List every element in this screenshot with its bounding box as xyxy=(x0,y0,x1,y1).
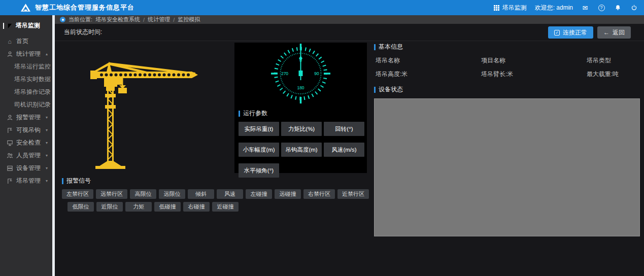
field-crane-name: 塔吊名称 xyxy=(376,56,481,65)
breadcrumb-item-system[interactable]: 塔吊安全检查系统 xyxy=(95,16,140,23)
breadcrumb-item-monitor-sim[interactable]: 监控模拟 xyxy=(178,16,200,23)
module-label: 塔吊监测 xyxy=(502,4,527,12)
accent-bar xyxy=(239,111,240,117)
gauge-label-east: 90 xyxy=(314,71,319,76)
sidebar-item-safety-inspection[interactable]: 安全检查 ▾ xyxy=(0,136,52,149)
alarm-chip-near-limit: 近限位 xyxy=(96,202,123,212)
sidebar-item-label: 塔吊实时数据 xyxy=(14,75,51,84)
crane-icon xyxy=(6,127,13,134)
accent-bar xyxy=(374,44,376,50)
main-content: 当前状态时间: ✓ 连接正常 ← 返回 xyxy=(55,24,644,276)
alarm-chip-moment: 力矩 xyxy=(125,202,152,212)
chevron-down-icon: ▾ xyxy=(46,115,48,120)
alarm-chip-far-nogo: 远禁行区 xyxy=(96,189,127,199)
sidebar-item-label: 安全检查 xyxy=(16,139,41,147)
alarm-chip-near-nogo: 近禁行区 xyxy=(337,189,369,199)
sidebar-item-label: 首页 xyxy=(16,37,28,46)
chevron-down-icon: ▾ xyxy=(46,128,48,132)
mail-icon[interactable]: ✉ xyxy=(581,4,589,12)
param-tile-wind-speed: 风速(m/s) xyxy=(324,143,364,157)
tower-crane-illustration xyxy=(90,60,199,169)
sidebar-item-label: 塔吊操作记录 xyxy=(14,88,51,96)
sidebar-item-driver-id-records[interactable]: 司机识别记录 xyxy=(0,98,52,111)
welcome-label: 欢迎您: xyxy=(535,4,555,11)
sidebar-item-alarm-management[interactable]: 报警管理 ▾ xyxy=(0,111,52,124)
gauge-panel: 0 90 180 270 运行参数 实际吊重(t) 力矩比(%) 回转(°) xyxy=(234,43,367,173)
device-status-panel xyxy=(374,98,640,236)
sidebar: 塔吊监测 ⌂ 首页 统计管理 ▴ 塔吊运行监控 塔吊实时数据 塔吊操作记录 司机 xyxy=(0,15,52,276)
chevron-up-icon: ▴ xyxy=(46,52,48,56)
chevron-down-icon: ▾ xyxy=(46,179,48,183)
sidebar-item-label: 塔吊运行监控 xyxy=(14,62,51,71)
accent-bar xyxy=(3,23,4,29)
app-window: 智慧工地综合管理服务信息平台 塔吊监测 欢迎您: admin ✉ ? 塔 xyxy=(0,0,644,276)
accent-bar xyxy=(62,178,63,184)
params-grid: 实际吊重(t) 力矩比(%) 回转(°) 小车幅度(m) 吊钩高度(m) 风速(… xyxy=(239,122,367,178)
app-title: 智慧工地综合管理服务信息平台 xyxy=(35,3,134,12)
help-icon[interactable]: ? xyxy=(597,4,605,12)
basic-info-title-label: 基本信息 xyxy=(379,43,403,51)
sidebar-item-crane-management[interactable]: 塔吊管理 ▾ xyxy=(0,175,52,187)
crane-icon xyxy=(7,22,13,29)
alarm-chip-far-collision: 远碰撞 xyxy=(275,189,301,199)
module-switcher[interactable]: 塔吊监测 xyxy=(494,4,527,12)
device-status-section-title: 设备状态 xyxy=(374,85,644,94)
connect-status-button[interactable]: ✓ 连接正常 xyxy=(548,26,593,39)
alarm-chip-right-collision: 右碰撞 xyxy=(183,202,210,212)
sidebar-header-label: 塔吊监测 xyxy=(16,21,40,30)
back-arrow-icon: ← xyxy=(603,29,609,36)
sidebar-item-equipment-management[interactable]: 设备管理 ▾ xyxy=(0,162,52,175)
sidebar-item-label: 统计管理 xyxy=(16,50,41,58)
sidebar-item-label: 可视吊钩 xyxy=(16,126,41,134)
alarm-chip-low-collision: 低碰撞 xyxy=(154,202,181,212)
back-label: 返回 xyxy=(613,28,625,37)
sidebar-item-personnel-management[interactable]: 人员管理 ▾ xyxy=(0,149,52,162)
bell-icon[interactable] xyxy=(614,4,622,12)
power-icon[interactable] xyxy=(630,4,638,12)
params-title-label: 运行参数 xyxy=(243,109,267,118)
sidebar-item-home[interactable]: ⌂ 首页 xyxy=(0,35,52,48)
people-icon xyxy=(6,152,13,159)
back-button[interactable]: ← 返回 xyxy=(597,26,631,39)
sidebar-item-label: 塔吊管理 xyxy=(16,177,41,185)
sidebar-item-statistics[interactable]: 统计管理 ▴ xyxy=(0,48,52,60)
alarm-chip-high-limit: 高限位 xyxy=(130,189,156,199)
sidebar-nav: ⌂ 首页 统计管理 ▴ 塔吊运行监控 塔吊实时数据 塔吊操作记录 司机识别记录 xyxy=(0,35,52,187)
header-right: 塔吊监测 欢迎您: admin ✉ ? xyxy=(494,0,638,15)
sidebar-item-visual-hook[interactable]: 可视吊钩 ▾ xyxy=(0,124,52,136)
gauge-needle xyxy=(299,47,303,80)
sidebar-item-crane-operation-records[interactable]: 塔吊操作记录 xyxy=(0,86,52,98)
sidebar-item-label: 设备管理 xyxy=(16,164,41,172)
param-tile-moment-ratio: 力矩比(%) xyxy=(281,122,322,136)
field-jib-length: 塔吊臂长:米 xyxy=(481,70,587,79)
chevron-down-icon: ▾ xyxy=(46,141,48,145)
alarm-chip-wind: 风速 xyxy=(217,189,243,199)
chevron-down-icon: ▾ xyxy=(46,153,48,158)
logo-icon xyxy=(20,3,31,12)
sidebar-item-crane-realtime-data[interactable]: 塔吊实时数据 xyxy=(0,73,52,86)
status-time-label: 当前状态时间: xyxy=(64,28,102,37)
alarm-chip-low-limit: 低限位 xyxy=(67,202,94,212)
home-icon: ⌂ xyxy=(6,38,13,45)
sidebar-item-label: 司机识别记录 xyxy=(14,100,51,109)
alarm-chip-right-nogo: 右禁行区 xyxy=(303,189,335,199)
device-status-title-label: 设备状态 xyxy=(379,85,403,94)
alarm-chip-tilt: 倾斜 xyxy=(188,189,214,199)
field-crane-height: 塔吊高度:米 xyxy=(376,70,481,79)
grid-icon xyxy=(494,5,499,11)
crane-icon xyxy=(6,178,13,185)
breadcrumb-item-statistics[interactable]: 统计管理 xyxy=(148,16,170,23)
field-crane-type: 塔吊类型 xyxy=(587,56,644,65)
breadcrumb-separator: / xyxy=(143,17,145,23)
sidebar-item-label: 人员管理 xyxy=(16,151,41,160)
alarm-chip-far-limit: 远限位 xyxy=(159,189,185,199)
alarm-chip-near-collision: 近碰撞 xyxy=(212,202,239,212)
breadcrumb: 当前位置: 塔吊安全检查系统 / 统计管理 / 监控模拟 xyxy=(55,15,644,24)
monitor-icon xyxy=(6,140,13,147)
welcome-text: 欢迎您: admin xyxy=(535,4,573,12)
param-tile-rotation: 回转(°) xyxy=(324,122,364,136)
gauge-label-west: 270 xyxy=(281,71,288,76)
param-tile-trolley-range: 小车幅度(m) xyxy=(239,143,279,157)
check-icon: ✓ xyxy=(554,30,560,36)
sidebar-item-crane-run-monitor[interactable]: 塔吊运行监控 xyxy=(0,60,52,73)
